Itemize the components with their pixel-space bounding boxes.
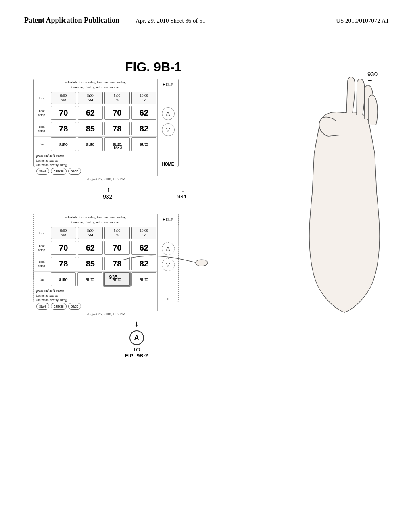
- time-cell-4[interactable]: 10:00PM: [131, 92, 157, 104]
- ref-934: 934: [177, 193, 186, 200]
- header-number: US 2010/0107072 A1: [336, 17, 389, 24]
- svg-point-1: [196, 260, 208, 266]
- heat-label-bottom: heattemp: [34, 240, 50, 256]
- fan-val-b2: auto: [77, 272, 102, 286]
- save-button-top[interactable]: save: [36, 168, 49, 175]
- bottom-buttons-top: save cancel back: [36, 168, 155, 175]
- back-button-bottom[interactable]: back: [68, 303, 81, 310]
- panel-top-bottom: press and hold a timebutton to turn anin…: [34, 152, 178, 176]
- time-cell-2[interactable]: 8:00AM: [78, 92, 103, 104]
- time-cell-3[interactable]: 5:00PM: [104, 92, 130, 104]
- ref-933: 933: [114, 144, 123, 150]
- time-cell-b3[interactable]: 5:00PM: [104, 227, 130, 239]
- figure-label: FIG. 9B-1: [125, 60, 181, 75]
- help-button-top[interactable]: HELP: [157, 79, 178, 91]
- arrow-934: ↓: [181, 185, 185, 194]
- arrow-932: ↑: [107, 185, 111, 194]
- heat-val-2: 62: [78, 106, 103, 120]
- cool-val-b1: 78: [51, 257, 76, 270]
- time-cell-b1[interactable]: 6:00AM: [51, 227, 76, 239]
- patent-label: Patent Application Publication: [24, 16, 119, 25]
- schedule-text-bottom: schedule for monday, tuesday, wednesday,…: [34, 214, 157, 226]
- fan-cells-bottom: auto auto auto auto: [50, 272, 157, 287]
- time-cell-b4[interactable]: 10:00PM: [131, 227, 157, 239]
- time-cells-bottom: 6:00AM 8:00AM 5:00PM 10:00PM: [50, 226, 157, 240]
- help-button-bottom[interactable]: HELP: [157, 214, 178, 226]
- letter-a-circle: A: [129, 330, 144, 345]
- time-label-top: time: [34, 91, 50, 105]
- down-arrow-nav: ↓: [134, 318, 139, 329]
- home-button-top[interactable]: HOME: [157, 152, 178, 176]
- fig-9b2-label: FIG. 9B-2: [125, 353, 148, 359]
- grid-section-top: time 6:00AM 8:00AM 5:00PM 10:00PM heatte…: [34, 91, 157, 152]
- bottom-note-bottom: press and hold a timebutton to turn anin…: [36, 289, 155, 302]
- status-bar-top: August 25, 2008, 1:07 PM: [34, 176, 178, 182]
- back-button-top[interactable]: back: [68, 168, 81, 175]
- fan-val-2: auto: [78, 137, 103, 151]
- cool-val-3: 78: [104, 122, 130, 135]
- heat-row-top: heattemp 70 62 70 62: [34, 105, 157, 121]
- to-label: TO: [133, 347, 140, 353]
- header-date: Apr. 29, 2010 Sheet 36 of 51: [136, 17, 320, 24]
- panel-top: schedule for monday, tuesday, wednesday,…: [33, 79, 179, 167]
- cool-val-b2: 85: [78, 257, 103, 270]
- bottom-left-top: press and hold a timebutton to turn anin…: [34, 152, 157, 176]
- panel-top-main: time 6:00AM 8:00AM 5:00PM 10:00PM heatte…: [34, 91, 178, 152]
- fan-row-bottom: fan auto auto auto auto: [34, 272, 157, 287]
- cool-cells-top: 78 85 78 82: [50, 121, 157, 136]
- fan-val-1: auto: [51, 137, 76, 151]
- heat-val-3: 70: [104, 106, 130, 120]
- time-cell-1[interactable]: 6:00AM: [51, 92, 76, 104]
- heat-label-top: heattemp: [34, 105, 50, 121]
- heat-cells-top: 70 62 70 62: [50, 105, 157, 121]
- time-cell-b2[interactable]: 8:00AM: [78, 227, 103, 239]
- hand-illustration: [284, 73, 405, 347]
- cancel-button-bottom[interactable]: cancel: [51, 303, 67, 310]
- heat-val-b1: 70: [51, 241, 76, 255]
- heat-val-4: 62: [131, 106, 157, 120]
- cool-val-4: 82: [131, 122, 157, 135]
- cool-val-1: 78: [51, 122, 76, 135]
- cool-label-top: cooltemp: [34, 121, 50, 136]
- time-label-bottom: time: [34, 226, 50, 240]
- home-button-bottom[interactable]: E: [157, 287, 178, 311]
- fan-cells-top: auto auto auto auto: [50, 137, 157, 152]
- finger-touch: [121, 242, 210, 266]
- right-controls-top: △ ▽: [157, 91, 178, 152]
- page-header: Patent Application Publication Apr. 29, …: [0, 16, 413, 25]
- time-row-bottom: time 6:00AM 8:00AM 5:00PM 10:00PM: [34, 226, 157, 240]
- panel-bottom-header: schedule for monday, tuesday, wednesday,…: [34, 214, 178, 226]
- down-arrow-button-top[interactable]: ▽: [162, 123, 175, 136]
- cancel-button-top[interactable]: cancel: [51, 168, 67, 175]
- panel-top-header: schedule for monday, tuesday, wednesday,…: [34, 79, 178, 91]
- fan-val-b4: auto: [131, 272, 156, 286]
- heat-val-b2: 62: [78, 241, 103, 255]
- bottom-buttons-bottom: save cancel back: [36, 303, 155, 310]
- ref-935: 935: [109, 274, 118, 280]
- time-row-top: time 6:00AM 8:00AM 5:00PM 10:00PM: [34, 91, 157, 105]
- time-cells-top: 6:00AM 8:00AM 5:00PM 10:00PM: [50, 91, 157, 105]
- cool-label-bottom: cooltemp: [34, 256, 50, 271]
- bottom-left-bottom: press and hold a timebutton to turn anin…: [34, 287, 157, 311]
- fan-row-top: fan auto auto auto auto: [34, 137, 157, 152]
- save-button-bottom[interactable]: save: [36, 303, 49, 310]
- fan-label-top: fan: [34, 137, 50, 152]
- cool-val-2: 85: [78, 122, 103, 135]
- fan-label-bottom: fan: [34, 272, 50, 287]
- cool-row-top: cooltemp 78 85 78 82: [34, 121, 157, 137]
- nav-section: ↓ A TO FIG. 9B-2: [125, 318, 148, 359]
- panel-bottom-footer: press and hold a timebutton to turn anin…: [34, 287, 178, 311]
- status-bar-bottom: August 25, 2008, 1:07 PM: [34, 311, 178, 317]
- up-arrow-button-top[interactable]: △: [162, 107, 175, 120]
- ref-932: 932: [103, 193, 112, 200]
- fan-val-b1: auto: [51, 272, 76, 286]
- heat-val-1: 70: [51, 106, 76, 120]
- fan-val-4: auto: [131, 137, 157, 151]
- schedule-text-top: schedule for monday, tuesday, wednesday,…: [34, 79, 157, 91]
- bottom-note-top: press and hold a timebutton to turn anin…: [36, 154, 155, 167]
